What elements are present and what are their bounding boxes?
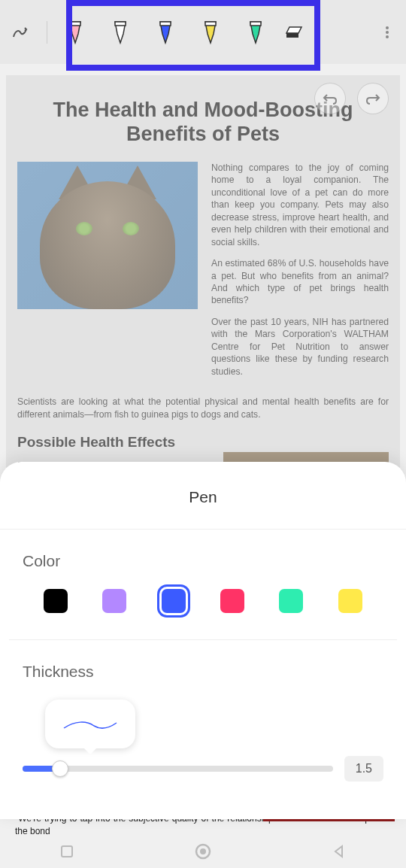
svg-point-5 [386,26,389,29]
nav-home-icon[interactable] [194,842,212,860]
thickness-value: 1.5 [344,756,383,782]
color-swatch-purple[interactable] [102,589,126,613]
nav-recent-icon[interactable] [59,844,74,859]
color-section-label: Color [23,552,383,570]
svg-rect-1 [115,22,126,26]
paragraph: Nothing compares to the joy of coming ho… [211,162,389,248]
sheet-title: Pen [0,488,406,506]
thickness-section: Thickness 1.5 [0,663,406,782]
section-heading: Possible Health Effects [17,434,389,451]
nav-back-icon[interactable] [332,844,347,859]
thickness-preview [45,700,135,748]
pen-tools-group [68,20,262,44]
svg-rect-2 [160,22,171,26]
svg-rect-3 [205,22,216,26]
system-nav-bar [0,834,406,868]
thickness-slider-row: 1.5 [23,756,383,782]
color-swatch-pink[interactable] [220,589,244,613]
paragraph: Scientists are looking at what the poten… [17,396,389,420]
color-picker-row [0,589,406,613]
more-options-icon[interactable] [380,25,395,40]
color-swatch-teal[interactable] [279,589,303,613]
toolbar-divider [47,21,47,44]
divider [0,529,406,530]
thickness-slider[interactable] [23,766,333,772]
draw-mode-icon[interactable] [11,23,29,41]
slider-thumb[interactable] [52,760,68,777]
pen-tool-teal[interactable] [249,20,262,44]
eraser-tool[interactable] [285,26,303,39]
pen-tool-blue[interactable] [159,20,172,44]
color-swatch-blue[interactable] [162,589,186,613]
toolbar-left-group [11,21,53,44]
svg-point-7 [386,35,389,38]
svg-rect-8 [62,846,72,857]
cat-image [17,162,198,309]
undo-button[interactable] [314,83,346,114]
thickness-section-label: Thickness [23,663,361,681]
article-intro-row: Nothing compares to the joy of coming ho… [17,162,389,387]
undo-redo-group [314,83,389,114]
pen-tool-white[interactable] [114,20,127,44]
color-swatch-yellow[interactable] [338,589,362,613]
pen-settings-sheet: Pen Color Thickness 1.5 [0,462,406,819]
article-intro-text: Nothing compares to the joy of coming ho… [211,162,389,387]
divider [9,639,397,640]
svg-rect-4 [250,22,261,26]
color-swatch-black[interactable] [44,589,68,613]
pen-tool-pink[interactable] [68,20,82,44]
top-toolbar [0,0,406,64]
pen-tool-yellow[interactable] [204,20,217,44]
svg-point-6 [386,31,389,34]
redo-button[interactable] [357,83,389,114]
svg-point-10 [200,848,206,854]
svg-rect-0 [70,22,80,26]
paragraph: Over the past 10 years, NIH has partnere… [211,316,389,378]
paragraph: An estimated 68% of U.S. households have… [211,257,389,307]
